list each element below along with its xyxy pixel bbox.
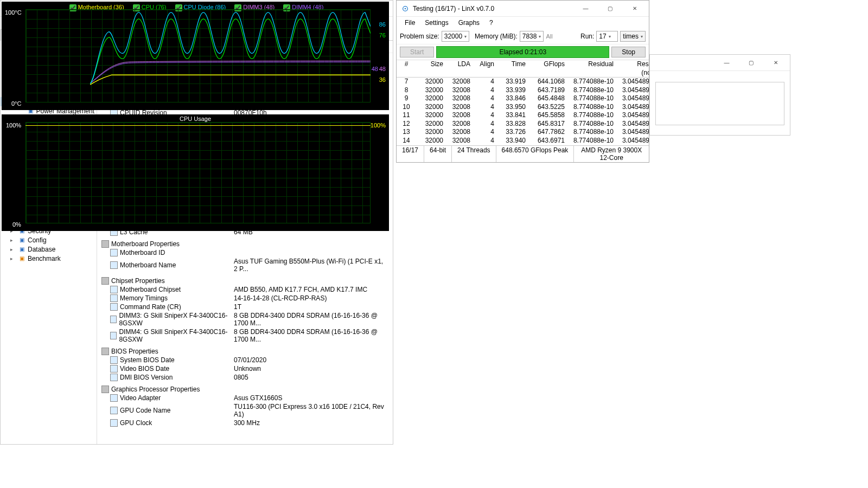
table-row[interactable]: 93200032008433.846645.48488.774088e-103.… xyxy=(397,94,649,103)
cell: 8 xyxy=(399,86,414,95)
cell: 3.045489e-02 xyxy=(616,78,649,86)
cell: 4 xyxy=(473,103,496,112)
table-row[interactable]: 133200032008433.726647.78628.774088e-103… xyxy=(397,128,649,137)
table-row[interactable]: 103200032008433.950643.52258.774088e-103… xyxy=(397,103,649,112)
cell: 643.7189 xyxy=(528,86,567,95)
progress-bar: Elapsed 0:21:03 xyxy=(436,46,609,58)
field-icon xyxy=(110,294,118,302)
field-icon xyxy=(110,303,118,311)
field-name: Motherboard Chipset xyxy=(120,286,181,293)
table-row[interactable]: 113200032008433.841645.58588.774088e-103… xyxy=(397,111,649,120)
run-label: Run: xyxy=(580,33,594,40)
field-icon xyxy=(110,394,118,402)
group-title: Motherboard Properties xyxy=(111,240,180,248)
cell: 33.919 xyxy=(496,78,528,86)
detail-group: Graphics Processor Properties xyxy=(97,385,393,394)
linx-params: Problem size: 32000 Memory (MiB): 7838 A… xyxy=(397,29,649,44)
detail-row[interactable]: DMI BIOS Version0805 xyxy=(97,373,393,382)
table-row[interactable]: 83200032008433.939643.71898.774088e-103.… xyxy=(397,86,649,95)
problem-size-label: Problem size: xyxy=(400,33,439,40)
field-icon xyxy=(110,249,118,256)
cell: 3.045489e-02 xyxy=(616,120,649,129)
cell: 8.774088e-10 xyxy=(567,120,616,129)
field-name: Motherboard Name xyxy=(120,261,176,269)
linx-menubar: FileSettingsGraphs? xyxy=(397,17,649,29)
times-select[interactable]: times xyxy=(620,31,646,42)
group-title: Chipset Properties xyxy=(111,277,165,285)
cell: 3.045489e-02 xyxy=(616,103,649,112)
detail-row[interactable]: DIMM3: G Skill SniperX F4-3400C16-8GSXW8… xyxy=(97,311,393,328)
usage-min-label: 0% xyxy=(12,221,21,228)
table-row[interactable]: 143200032008433.940643.69718.774088e-103… xyxy=(397,137,649,145)
detail-row[interactable]: GPU Clock300 MHz xyxy=(97,419,393,427)
bg-titlebar: — ▢ ✕ xyxy=(650,55,790,71)
detail-row[interactable]: System BIOS Date07/01/2020 xyxy=(97,356,393,364)
cell: 8.774088e-10 xyxy=(567,94,616,103)
cell: 32000 xyxy=(414,78,445,86)
field-icon xyxy=(110,356,118,364)
field-value: TU116-300 (PCI Express 3.0 x16 10DE / 21… xyxy=(234,403,388,418)
cell: 8.774088e-10 xyxy=(567,103,616,112)
status-cell: 16/17 xyxy=(397,146,424,162)
tree-icon: ▣ xyxy=(17,245,26,253)
tree-item-benchmark[interactable]: ▸▣Benchmark xyxy=(1,254,97,263)
menu-help[interactable]: ? xyxy=(484,18,498,28)
tree-item-database[interactable]: ▸▣Database xyxy=(1,245,97,254)
minimize-button[interactable]: — xyxy=(714,55,739,70)
cell: 32008 xyxy=(445,94,473,103)
group-icon xyxy=(101,277,109,285)
linx-status: 16/1764-bit24 Threads648.6570 GFlops Pea… xyxy=(397,145,649,162)
cell: 4 xyxy=(473,137,496,145)
cell: 32000 xyxy=(414,103,445,112)
cell: 3.045489e-02 xyxy=(616,111,649,120)
table-row[interactable]: 123200032008433.828645.83178.774088e-103… xyxy=(397,120,649,129)
detail-row[interactable]: Memory Timings14-16-14-28 (CL-RCD-RP-RAS… xyxy=(97,294,393,303)
status-cell: 648.6570 GFlops Peak xyxy=(496,146,575,162)
close-button[interactable]: ✕ xyxy=(622,1,647,16)
detail-row[interactable]: Command Rate (CR)1T xyxy=(97,303,393,311)
temp-waves xyxy=(25,9,371,102)
tree-item-config[interactable]: ▸▣Config xyxy=(1,235,97,245)
maximize-button[interactable]: ▢ xyxy=(739,55,763,70)
minimize-button[interactable]: — xyxy=(573,1,598,16)
cell: 32008 xyxy=(445,78,473,86)
field-value: Asus GTX1660S xyxy=(234,394,388,402)
run-select[interactable]: 17 xyxy=(596,31,618,42)
cell: 8.774088e-10 xyxy=(567,78,616,86)
detail-row[interactable]: GPU Code NameTU116-300 (PCI Express 3.0 … xyxy=(97,402,393,419)
detail-group: Chipset Properties xyxy=(97,277,393,285)
all-label[interactable]: All xyxy=(546,33,552,40)
cell: 33.950 xyxy=(496,103,528,112)
group-title: Graphics Processor Properties xyxy=(111,386,200,393)
problem-size-select[interactable]: 32000 xyxy=(442,31,469,42)
menu-file[interactable]: File xyxy=(400,18,420,28)
maximize-button[interactable]: ▢ xyxy=(598,1,622,16)
close-button[interactable]: ✕ xyxy=(763,55,788,70)
memory-select[interactable]: 7838 xyxy=(520,31,544,42)
detail-row[interactable]: Motherboard ChipsetAMD B550, AMD K17.7 F… xyxy=(97,285,393,294)
cell: 32000 xyxy=(414,86,445,95)
detail-row[interactable]: DIMM4: G Skill SniperX F4-3400C16-8GSXW8… xyxy=(97,328,393,344)
table-row[interactable]: 73200032008433.919644.10688.774088e-103.… xyxy=(397,78,649,86)
detail-row[interactable]: Video AdapterAsus GTX1660S xyxy=(97,394,393,402)
detail-row[interactable]: Motherboard NameAsus TUF Gaming B550M-Pl… xyxy=(97,257,393,273)
linx-window: Testing (16/17) - LinX v0.7.0 — ▢ ✕ File… xyxy=(396,0,649,163)
start-button[interactable]: Start xyxy=(400,47,434,57)
detail-row[interactable]: Video BIOS DateUnknown xyxy=(97,364,393,373)
cell: 644.1068 xyxy=(528,78,567,86)
stop-button[interactable]: Stop xyxy=(611,47,646,57)
cell: 32000 xyxy=(414,111,445,120)
field-icon xyxy=(110,316,117,323)
field-name: Memory Timings xyxy=(120,294,168,302)
temp-side-value: 36 xyxy=(379,76,386,83)
detail-row[interactable]: Motherboard ID xyxy=(97,248,393,257)
menu-settings[interactable]: Settings xyxy=(420,18,453,28)
cell: 4 xyxy=(473,86,496,95)
col-head: Align xyxy=(473,60,496,77)
grid-bg xyxy=(25,122,371,223)
cell: 4 xyxy=(473,120,496,129)
menu-graphs[interactable]: Graphs xyxy=(454,18,484,28)
cell: 33.846 xyxy=(496,94,528,103)
usage-max-label: 100% xyxy=(6,122,21,129)
background-window: — ▢ ✕ xyxy=(649,54,790,136)
